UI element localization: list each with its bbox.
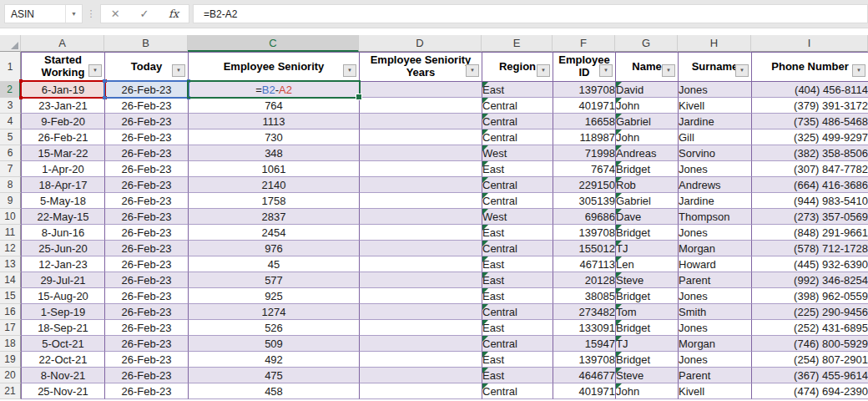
column-header-a[interactable]: A	[21, 35, 104, 52]
row-header-17[interactable]: 17	[0, 320, 21, 336]
cell-g12[interactable]: TJ	[615, 241, 678, 256]
cell-b9[interactable]: 26-Feb-23	[104, 193, 188, 209]
cell-d15[interactable]	[359, 288, 482, 304]
cell-b18[interactable]: 26-Feb-23	[104, 336, 188, 352]
column-header-i[interactable]: I	[751, 35, 868, 52]
filter-button[interactable]: ▼	[343, 64, 356, 77]
cell-i5[interactable]: (325) 499-9297	[751, 129, 868, 145]
cell-a13[interactable]: 12-Jan-23	[21, 256, 104, 272]
cell-a7[interactable]: 1-Apr-20	[21, 161, 104, 177]
cell-b14[interactable]: 26-Feb-23	[104, 272, 188, 288]
cell-i12[interactable]: (578) 712-1728	[751, 241, 868, 256]
cell-b11[interactable]: 26-Feb-23	[104, 225, 188, 241]
cell-g11[interactable]: Bridget	[615, 225, 678, 241]
cell-e19[interactable]: East	[482, 352, 553, 368]
row-header-19[interactable]: 19	[0, 352, 21, 368]
cell-i4[interactable]: (735) 486-5468	[751, 114, 868, 129]
cell-b2[interactable]: 26-Feb-23	[104, 82, 188, 98]
cell-a3[interactable]: 23-Jan-21	[21, 98, 104, 114]
row-header-4[interactable]: 4	[0, 114, 21, 129]
cell-h12[interactable]: Morgan	[678, 241, 751, 256]
cell-d3[interactable]	[359, 98, 482, 114]
cell-h16[interactable]: Smith	[678, 304, 751, 320]
cell-d11[interactable]	[359, 225, 482, 241]
cell-c6[interactable]: 348	[188, 145, 359, 161]
table-header-surname[interactable]: Surname▼	[678, 52, 751, 82]
cell-b3[interactable]: 26-Feb-23	[104, 98, 188, 114]
cell-e11[interactable]: East	[482, 225, 553, 241]
cell-i18[interactable]: (746) 800-5929	[751, 336, 868, 352]
cell-h15[interactable]: Jones	[678, 288, 751, 304]
cell-h21[interactable]: Kivell	[678, 383, 751, 399]
cell-i11[interactable]: (848) 291-9661	[751, 225, 868, 241]
column-header-h[interactable]: H	[678, 35, 751, 52]
cell-e18[interactable]: Central	[482, 336, 553, 352]
cell-e13[interactable]: East	[482, 256, 553, 272]
table-header-name[interactable]: Name▼	[615, 52, 678, 82]
cell-c13[interactable]: 45	[188, 256, 359, 272]
cell-g6[interactable]: Andreas	[615, 145, 678, 161]
cell-e5[interactable]: Central	[482, 129, 553, 145]
cell-h11[interactable]: Jones	[678, 225, 751, 241]
cell-b16[interactable]: 26-Feb-23	[104, 304, 188, 320]
cell-d16[interactable]	[359, 304, 482, 320]
cell-d6[interactable]	[359, 145, 482, 161]
filter-button[interactable]: ▼	[852, 64, 865, 77]
row-header-14[interactable]: 14	[0, 272, 21, 288]
row-header-20[interactable]: 20	[0, 368, 21, 383]
column-header-d[interactable]: D	[359, 35, 482, 52]
cell-c7[interactable]: 1061	[188, 161, 359, 177]
filter-button[interactable]: ▼	[172, 64, 185, 77]
table-header-today[interactable]: Today▼	[104, 52, 188, 82]
cell-f17[interactable]: 133091	[553, 320, 615, 336]
cell-h8[interactable]: Andrews	[678, 177, 751, 193]
cell-g15[interactable]: Bridget	[615, 288, 678, 304]
insert-function-icon[interactable]: fx	[169, 8, 179, 20]
row-header-5[interactable]: 5	[0, 129, 21, 145]
cell-h13[interactable]: Howard	[678, 256, 751, 272]
cell-g8[interactable]: Rob	[615, 177, 678, 193]
cell-f7[interactable]: 7674	[553, 161, 615, 177]
cell-g21[interactable]: John	[615, 383, 678, 399]
cell-f10[interactable]: 69686	[553, 209, 615, 225]
row-header-6[interactable]: 6	[0, 145, 21, 161]
name-box[interactable]: ASIN ▼	[4, 4, 83, 23]
column-header-b[interactable]: B	[104, 35, 188, 52]
cell-b13[interactable]: 26-Feb-23	[104, 256, 188, 272]
cell-b4[interactable]: 26-Feb-23	[104, 114, 188, 129]
cell-c18[interactable]: 509	[188, 336, 359, 352]
cell-g5[interactable]: John	[615, 129, 678, 145]
row-header-3[interactable]: 3	[0, 98, 21, 114]
cell-d4[interactable]	[359, 114, 482, 129]
column-header-e[interactable]: E	[482, 35, 553, 52]
row-header-9[interactable]: 9	[0, 193, 21, 209]
cell-g10[interactable]: Dave	[615, 209, 678, 225]
name-box-value[interactable]: ASIN	[5, 8, 65, 20]
cell-c19[interactable]: 492	[188, 352, 359, 368]
cell-h20[interactable]: Parent	[678, 368, 751, 383]
cell-e21[interactable]: Central	[482, 383, 553, 399]
cell-h18[interactable]: Morgan	[678, 336, 751, 352]
cell-i13[interactable]: (445) 932-6390	[751, 256, 868, 272]
cell-g17[interactable]: Bridget	[615, 320, 678, 336]
cell-a6[interactable]: 15-Mar-22	[21, 145, 104, 161]
table-header-employee-seniority-years[interactable]: Employee Seniority Years▼	[359, 52, 482, 82]
cell-b12[interactable]: 26-Feb-23	[104, 241, 188, 256]
cell-a11[interactable]: 8-Jun-16	[21, 225, 104, 241]
cell-c10[interactable]: 2837	[188, 209, 359, 225]
cell-d13[interactable]	[359, 256, 482, 272]
cell-f9[interactable]: 305139	[553, 193, 615, 209]
cell-b6[interactable]: 26-Feb-23	[104, 145, 188, 161]
cell-i17[interactable]: (252) 431-6895	[751, 320, 868, 336]
cell-e10[interactable]: West	[482, 209, 553, 225]
cell-i14[interactable]: (992) 346-8254	[751, 272, 868, 288]
cell-f4[interactable]: 16658	[553, 114, 615, 129]
cell-i15[interactable]: (398) 962-0559	[751, 288, 868, 304]
cell-i9[interactable]: (944) 983-5410	[751, 193, 868, 209]
cell-f15[interactable]: 38085	[553, 288, 615, 304]
cell-e14[interactable]: East	[482, 272, 553, 288]
name-box-dropdown-icon[interactable]: ▼	[65, 5, 82, 23]
cell-a2[interactable]: 6-Jan-19	[21, 82, 104, 98]
cell-a9[interactable]: 5-May-18	[21, 193, 104, 209]
cell-c12[interactable]: 976	[188, 241, 359, 256]
